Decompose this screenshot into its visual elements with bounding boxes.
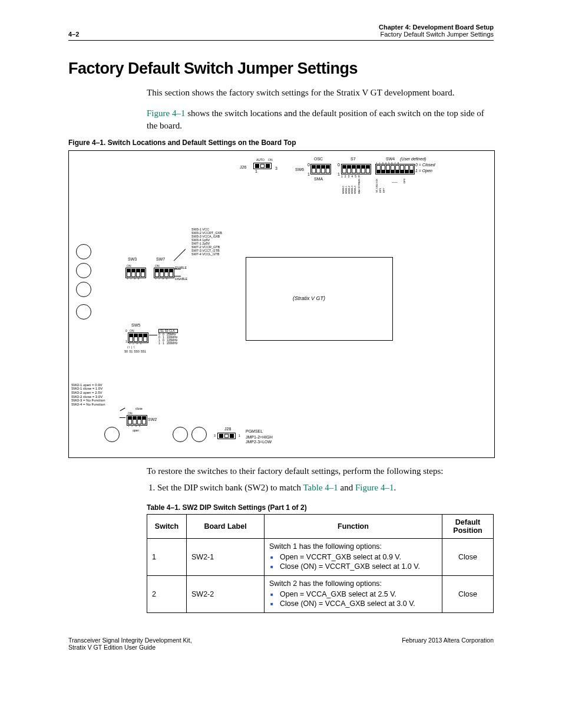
sw2-close: close — [135, 407, 143, 410]
mounting-hole — [191, 427, 207, 442]
chapter-title: Chapter 4: Development Board Setup — [379, 24, 494, 31]
sw4-label: SW4 — [386, 157, 395, 161]
sw37-legend: SW3-1 VCC SW3-2 VCCRT_GXB SW3-3 VCCA_GXB… — [191, 228, 222, 256]
sw3-label: SW3 — [128, 257, 137, 261]
sw7-pin: 4 — [166, 277, 167, 280]
sw5-bl: SS0 — [134, 350, 139, 353]
step-1: Set the DIP switch bank (SW2) to match T… — [157, 483, 494, 493]
page-number: 4–2 — [68, 31, 79, 38]
sw3-pin: 1 — [127, 277, 128, 280]
j28-label: J28 — [224, 427, 231, 431]
sw2-legend: SW2-1 open = 0.9V SW2-1 close = 1.0V SW2… — [71, 383, 105, 407]
j26-auto: AUTO — [256, 158, 265, 162]
sw4-note: (User defined) — [400, 157, 426, 161]
s7-label: S7 — [351, 157, 356, 161]
figure-link[interactable]: Figure 4–1 — [355, 483, 394, 492]
sw3-pin: 3 — [134, 277, 135, 280]
cell-label: SW2-1 — [187, 539, 265, 576]
mounting-hole — [76, 304, 91, 319]
sw6-sma: SMA — [314, 177, 323, 181]
step-list: Set the DIP switch bank (SW2) to match T… — [147, 483, 494, 493]
s7-0: 0 — [338, 163, 340, 167]
sw2-label: SW2 — [148, 417, 157, 421]
j26-pin-3: 3 — [275, 166, 277, 170]
figure-caption: Figure 4–1. Switch Locations and Default… — [68, 139, 494, 147]
sw7-pin: 2 — [158, 277, 160, 280]
sw7-disable: DISABLE — [175, 277, 187, 281]
s7-sig: MAX BYPASS — [358, 179, 361, 194]
th-function: Function — [265, 515, 442, 539]
sw7-label: SW7 — [156, 257, 165, 261]
cell-function: Switch 1 has the following options: Open… — [265, 539, 442, 576]
section-ref: Factory Default Switch Jumper Settings — [379, 31, 494, 38]
j28-pin-3: 3 — [214, 434, 216, 437]
j26-pin-1: 1 — [255, 169, 257, 173]
mounting-hole — [76, 282, 91, 297]
j26-on: ON — [268, 158, 273, 162]
table-row: 2 SW2-2 Switch 2 has the following optio… — [147, 576, 494, 613]
sw5-pin: 4 — [140, 342, 141, 345]
cell-default: Close — [442, 576, 494, 613]
sw7-pin: 1 — [155, 277, 156, 280]
sw3-pin: 4 — [138, 277, 139, 280]
sw4-sig: DP8 — [403, 179, 406, 183]
sw4-pin: 8 — [398, 162, 399, 164]
sw4-pin: 6 — [391, 162, 392, 164]
sw6-dip — [310, 164, 331, 174]
sw4-open: 1 = Open — [415, 169, 432, 173]
sw4-pin: 3 — [382, 162, 383, 164]
figure-link[interactable]: Figure 4–1 — [147, 108, 185, 118]
mounting-hole — [173, 427, 188, 442]
table-row: 1 SW2-1 Switch 1 has the following optio… — [147, 539, 494, 576]
s7-sig: MSEL4 — [353, 179, 356, 194]
sw4-sig: S5_UNLOCK — [375, 179, 378, 193]
sw5-1: 1 — [125, 340, 127, 343]
figure-4-1: J26 AUTO ON 1 3 OSC SW6 0 1 SMA S7 0 1 — [68, 150, 495, 458]
cell-default: Close — [442, 539, 494, 576]
sw4-closed: 0 = Closed — [415, 163, 435, 167]
cell-label: SW2-2 — [187, 576, 265, 613]
j26-pin — [260, 164, 265, 168]
th-default: Default Position — [442, 515, 494, 539]
j26-pin — [255, 164, 259, 168]
s7-pin: 2 — [345, 174, 346, 178]
intro-paragraph-1: This section shows the factory switch se… — [147, 87, 494, 98]
s7-pin: 4 — [351, 174, 353, 178]
page-header: 4–2 Chapter 4: Development Board Setup F… — [68, 24, 494, 41]
mounting-hole — [104, 427, 120, 442]
sw5-0: 0 — [125, 329, 127, 332]
list-item: Close (ON) = VCCRT_GXB select at 1.0 V. — [280, 562, 437, 571]
intro-paragraph-2: Figure 4–1 shows the switch locations an… — [147, 107, 494, 131]
sw3-pin: 2 — [130, 277, 131, 280]
footer-right: February 2013 Altera Corporation — [402, 637, 494, 651]
cell-switch: 1 — [147, 539, 187, 576]
sw5-bl: S0 — [124, 350, 128, 353]
cell-switch: 2 — [147, 576, 187, 613]
s7-pin: 5 — [355, 174, 356, 178]
sw4-pin: 1 — [376, 162, 377, 164]
j28-l2: JMP2-3=LOW — [246, 440, 272, 444]
table-link[interactable]: Table 4–1 — [303, 483, 338, 492]
fpga-label: (Stratix V GT) — [293, 295, 325, 301]
sw6-1: 1 — [308, 172, 310, 176]
sw4-pin: 2 — [379, 162, 380, 164]
th-label: Board Label — [187, 515, 265, 539]
sw5-pin: 1 — [129, 342, 130, 345]
sw6-osc: OSC — [314, 157, 323, 161]
sw5-pin: 3 — [136, 342, 137, 345]
s7-pin: 3 — [348, 174, 350, 178]
sw4-dip — [375, 164, 415, 174]
list-item: Open = VCCRT_GXB select at 0.9 V. — [280, 553, 437, 561]
j28-pin-1: 1 — [239, 434, 240, 437]
list-item: Close (ON) = VCCA_GXB select at 3.0 V. — [280, 599, 437, 608]
s7-pin: 1 — [341, 174, 343, 178]
j26-pin — [266, 164, 270, 168]
sw2-pin: 3 — [135, 424, 136, 427]
section-heading: Factory Default Switch Jumper Settings — [68, 60, 494, 78]
sw6-0: 0 — [308, 163, 310, 167]
th-switch: Switch — [147, 515, 187, 539]
page-footer: Transceiver Signal Integrity Development… — [68, 637, 494, 651]
j28-l1: JMP1-2=HIGH — [246, 435, 273, 439]
intro-p2-rest: shows the switch locations and the defau… — [147, 108, 484, 130]
mounting-hole — [76, 263, 91, 278]
